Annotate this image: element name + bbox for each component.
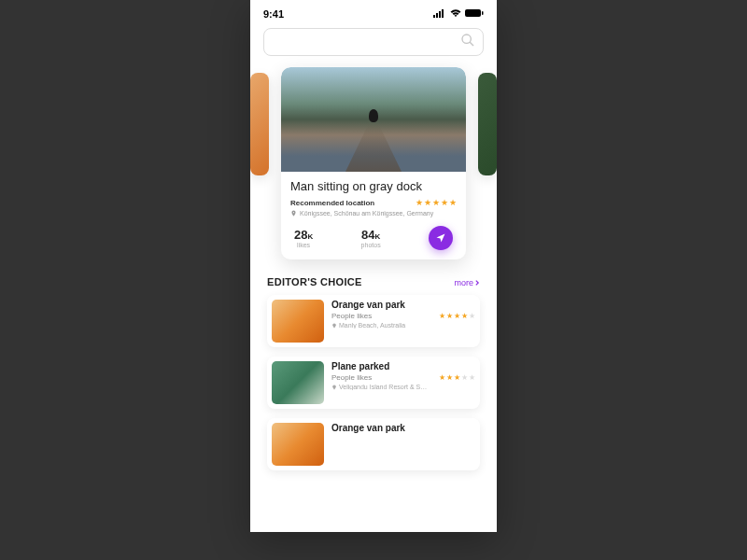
battery-icon <box>465 8 484 20</box>
section-title: EDITOR'S CHOICE <box>267 276 362 287</box>
item-sublabel: People likes <box>331 312 372 320</box>
featured-carousel[interactable]: Man sitting on gray dock Recommended loc… <box>250 63 497 271</box>
item-location: Veligandu Island Resort & S… <box>331 384 475 390</box>
featured-body: Man sitting on gray dock Recommended loc… <box>281 172 466 259</box>
pin-icon <box>331 323 337 329</box>
pin-icon <box>331 385 337 390</box>
wifi-icon <box>449 8 462 20</box>
item-body: Orange van park <box>331 423 475 466</box>
star-icon: ★ <box>469 373 475 382</box>
svg-rect-5 <box>482 11 484 15</box>
more-link[interactable]: more <box>454 278 480 287</box>
svg-line-7 <box>470 42 473 46</box>
section-header: EDITOR'S CHOICE more <box>267 276 480 287</box>
star-icon: ★ <box>461 373 468 382</box>
svg-rect-4 <box>465 9 481 17</box>
stats-row: 28K likes 84K photos <box>290 226 457 250</box>
item-body: Plane parked People likes ★ ★ ★ ★ ★ <box>331 361 475 404</box>
star-icon: ★ <box>416 198 423 207</box>
item-thumb <box>272 361 324 404</box>
featured-rating: ★ ★ ★ ★ ★ <box>416 198 457 207</box>
location-text: Königssee, Schönau am Königssee, Germany <box>300 210 433 217</box>
star-icon: ★ <box>446 312 453 320</box>
svg-rect-0 <box>433 15 435 18</box>
phone-frame: 9:41 Man sitting on gray dock <box>250 0 497 532</box>
svg-point-6 <box>462 35 471 43</box>
recommended-row: Recommended location ★ ★ ★ ★ ★ <box>290 198 457 207</box>
status-icons <box>433 8 484 20</box>
recommended-label: Recommended location <box>290 199 374 207</box>
list-item[interactable]: Orange van park People likes ★ ★ ★ ★ ★ <box>267 295 480 347</box>
star-icon: ★ <box>439 373 445 382</box>
item-title: Orange van park <box>331 423 475 433</box>
item-title: Plane parked <box>331 361 475 371</box>
star-icon: ★ <box>461 312 468 320</box>
item-thumb <box>272 423 324 466</box>
list-item[interactable]: Orange van park <box>267 418 480 470</box>
item-title: Orange van park <box>331 300 475 310</box>
svg-rect-3 <box>442 9 444 18</box>
star-icon: ★ <box>454 312 460 320</box>
star-icon: ★ <box>439 312 445 320</box>
list-item[interactable]: Plane parked People likes ★ ★ ★ ★ ★ <box>267 357 480 409</box>
signal-icon <box>433 8 446 20</box>
featured-image <box>281 67 466 172</box>
navigate-button[interactable] <box>429 226 453 250</box>
svg-rect-2 <box>439 11 441 18</box>
star-icon: ★ <box>449 198 457 207</box>
item-thumb <box>272 300 324 343</box>
star-icon: ★ <box>424 198 431 207</box>
item-rating: ★ ★ ★ ★ ★ <box>439 373 475 382</box>
featured-card[interactable]: Man sitting on gray dock Recommended loc… <box>281 67 466 259</box>
carousel-peek-right[interactable] <box>478 73 497 175</box>
likes-stat: 28K likes <box>294 228 313 248</box>
search-wrap <box>250 28 497 63</box>
editors-choice-section: EDITOR'S CHOICE more Orange van park Peo… <box>250 271 497 470</box>
status-time: 9:41 <box>263 8 284 20</box>
item-body: Orange van park People likes ★ ★ ★ ★ ★ <box>331 300 475 343</box>
navigate-icon <box>435 232 446 244</box>
star-icon: ★ <box>454 373 460 382</box>
search-icon <box>460 33 475 51</box>
status-bar: 9:41 <box>250 0 497 28</box>
featured-title: Man sitting on gray dock <box>290 179 457 193</box>
svg-rect-1 <box>436 13 438 18</box>
star-icon: ★ <box>446 373 453 382</box>
chevron-right-icon <box>474 280 480 286</box>
pin-icon <box>290 210 297 217</box>
search-input[interactable] <box>263 28 484 56</box>
carousel-peek-left[interactable] <box>250 73 269 175</box>
item-sublabel: People likes <box>331 373 372 382</box>
photos-stat: 84K photos <box>361 228 381 248</box>
featured-location: Königssee, Schönau am Königssee, Germany <box>290 210 457 217</box>
editors-list: Orange van park People likes ★ ★ ★ ★ ★ <box>267 295 480 470</box>
star-icon: ★ <box>469 312 475 320</box>
item-location: Manly Beach, Australia <box>331 322 475 329</box>
star-icon: ★ <box>432 198 440 207</box>
item-rating: ★ ★ ★ ★ ★ <box>439 312 475 320</box>
star-icon: ★ <box>441 198 448 207</box>
